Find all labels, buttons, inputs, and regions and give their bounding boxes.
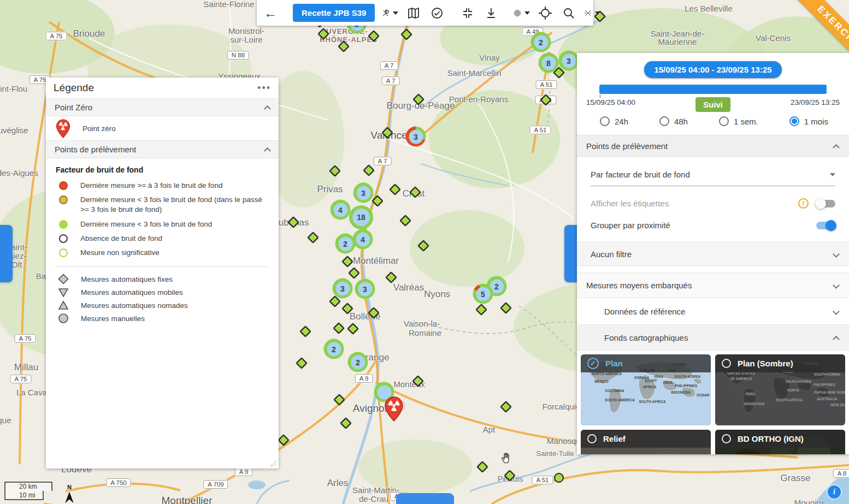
noise-item-label: Dernière mesure < 3 fois le bruit de fon… [80, 195, 271, 215]
date-range-button[interactable]: 15/09/25 04:00 - 23/09/25 13:25 [644, 61, 781, 78]
application-window: Sainte-FlorineBrioudeMonistrol-sur-Loire… [0, 0, 849, 504]
cluster-marker[interactable]: 2 [335, 234, 356, 254]
collapse-icon[interactable] [459, 4, 476, 22]
bullseye-icon[interactable] [514, 4, 530, 22]
back-button[interactable]: ← [262, 4, 279, 22]
cluster-marker[interactable]: 18 [349, 205, 373, 229]
basemap-plan[interactable]: RUSSIANORTH AMERICAEUROPEASIAESPAÑAIRANM… [581, 354, 711, 425]
radio-icon [722, 359, 731, 368]
basemap-bd-ortho-header: BD ORTHO (IGN) [715, 430, 845, 448]
legend-section-points[interactable]: Points de prélèvement [46, 140, 279, 158]
cluster-count: 3 [562, 54, 576, 68]
cluster-marker[interactable]: 3 [355, 279, 375, 299]
basemap-thumbnails: RUSSIANORTH AMERICAEUROPEASIAESPAÑAIRANM… [577, 351, 849, 454]
road-badge: A 51 [532, 476, 553, 484]
cluster-count: 2 [327, 342, 341, 356]
triangle-down-icon [58, 287, 69, 298]
period-radio-1sem[interactable]: 1 sem. [719, 116, 758, 126]
radio-circle [659, 116, 669, 126]
noise-item-label: Absence de bruit de fond [80, 234, 162, 244]
time-range-slider[interactable] [599, 85, 827, 94]
info-button[interactable]: i [827, 484, 842, 500]
embedded-measures-label: Mesures moyens embarqués [586, 281, 692, 290]
points-section-body: Par facteur de bruit de fond Afficher le… [577, 170, 849, 230]
cluster-count: 2 [534, 35, 548, 49]
section-points-header[interactable]: Points de prélèvement [577, 135, 849, 157]
cluster-marker[interactable]: 4 [331, 200, 351, 220]
left-panel-toggle-tab[interactable] [0, 225, 13, 282]
radio-icon [722, 434, 731, 443]
recette-button[interactable]: Recette JPB S39 [293, 4, 375, 22]
cluster-marker[interactable]: 2 [348, 352, 368, 372]
radio-label: 48h [674, 117, 688, 126]
embedded-measures-row[interactable]: Mesures moyens embarqués [577, 272, 849, 298]
point-zero-label: Point zéro [82, 124, 116, 133]
period-radio-24h[interactable]: 24h [600, 116, 628, 126]
manual-measure-marker[interactable] [554, 473, 564, 483]
cluster-count: 18 [352, 209, 370, 226]
cluster-marker[interactable]: 2 [531, 32, 551, 52]
cluster-marker[interactable]: 3 [559, 51, 579, 71]
legend-menu-button[interactable]: ••• [257, 82, 271, 94]
caret-down-icon [393, 11, 398, 15]
range-start-label: 15/09/25 04:00 [586, 98, 635, 106]
noise-factor-dropdown[interactable]: Par facteur de bruit de fond [591, 170, 835, 186]
warning-icon: ! [798, 198, 809, 209]
filter-row[interactable]: Aucun filtre [577, 242, 849, 266]
basemaps-row[interactable]: Fonds cartographiques [577, 325, 849, 351]
basemap-relief[interactable]: RussiaUnited Kingdom Relief [581, 430, 711, 454]
radio-icon [587, 434, 597, 443]
dates-row: 15/09/25 04:00 Suivi 23/09/25 13:25 [577, 94, 849, 106]
compass-north-label: N [62, 484, 77, 490]
period-radio-1mois[interactable]: 1 mois [789, 116, 828, 126]
search-icon[interactable] [561, 4, 577, 22]
point-zero-pin-icon [56, 119, 70, 138]
right-panel-toggle-tab[interactable] [564, 225, 577, 282]
group-toggle[interactable] [816, 222, 835, 229]
follow-button[interactable]: Suivi [695, 97, 730, 112]
reference-data-row[interactable]: Données de référence [577, 298, 849, 325]
legend-resize-handle[interactable] [270, 460, 277, 467]
map-layers-icon[interactable] [405, 4, 422, 22]
edit-tools-icon[interactable] [584, 4, 600, 22]
cluster-count: 3 [335, 281, 350, 295]
scale-km: 20 km [4, 482, 52, 491]
control-panel: 15/09/25 04:00 - 23/09/25 13:25 15/09/25… [577, 53, 849, 454]
shape-legend-item: Mesures automatiques fixes [46, 272, 279, 286]
cluster-marker[interactable]: 3 [353, 183, 374, 203]
period-radio-48h[interactable]: 48h [659, 116, 688, 126]
cluster-marker[interactable]: 8 [539, 53, 559, 73]
road-badge: A 7 [382, 76, 400, 85]
cluster-count: 3 [358, 282, 372, 296]
noise-legend-item: Dernière mesure >= à 3 fois le bruit de … [46, 179, 279, 193]
basemaps-label: Fonds cartographiques [604, 333, 688, 342]
cluster-marker[interactable]: 4 [353, 229, 373, 250]
chevron-down-icon [833, 308, 840, 315]
road-badge: A 9 [235, 467, 253, 476]
cluster-marker[interactable]: 3 [406, 127, 426, 147]
download-icon[interactable] [483, 4, 499, 22]
noise-color-swatch [59, 195, 68, 204]
bottom-selection-highlight [396, 493, 454, 504]
basemap-bd-ortho[interactable]: BD ORTHO (IGN) [715, 430, 845, 454]
locate-icon[interactable] [537, 4, 553, 22]
tools-icon[interactable] [382, 4, 398, 22]
radio-label: 1 sem. [734, 117, 758, 126]
scale-mi: 10 mi [4, 491, 44, 500]
noise-item-label: Dernière mesure < 3 fois le bruit de fon… [80, 220, 212, 229]
shape-legend-item: Mesures manuelles [46, 312, 279, 325]
cluster-marker[interactable]: 3 [333, 278, 353, 299]
check-circle-icon[interactable] [429, 4, 445, 22]
cluster-marker[interactable]: 2 [324, 339, 344, 359]
legend-section-point-zero[interactable]: Point Zéro [46, 98, 279, 116]
basemap-plan-sombre[interactable]: RUSSIAUNITED STATESOF AMERICAITALIASAUDI… [715, 354, 845, 425]
labels-toggle[interactable] [816, 200, 835, 207]
cluster-marker[interactable]: 5 [473, 284, 493, 304]
shape-legend-item: Mesures automatiques mobiles [46, 286, 279, 299]
legend-point-zero-item: Point zéro [46, 116, 279, 140]
noise-legend-item: Dernière mesure < 3 fois le bruit de fon… [46, 193, 279, 217]
top-toolbar: ← Recette JPB S39 [257, 0, 593, 26]
chevron-up-icon [833, 335, 840, 342]
circle-icon [58, 313, 69, 324]
legend-section-label: Points de prélèvement [55, 145, 136, 154]
